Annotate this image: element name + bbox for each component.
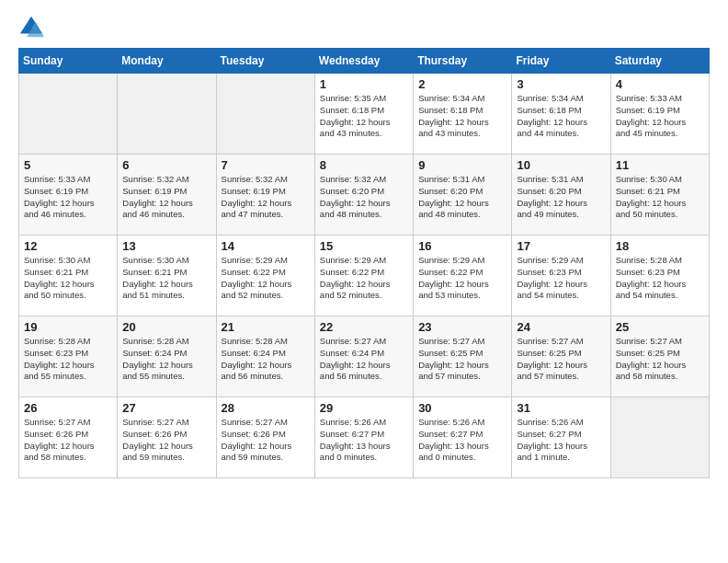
- calendar-table: SundayMondayTuesdayWednesdayThursdayFrid…: [18, 48, 710, 478]
- calendar-cell: 21Sunrise: 5:28 AMSunset: 6:24 PMDayligh…: [216, 316, 314, 397]
- calendar-cell: 18Sunrise: 5:28 AMSunset: 6:23 PMDayligh…: [610, 236, 709, 316]
- calendar-cell: 25Sunrise: 5:27 AMSunset: 6:25 PMDayligh…: [610, 316, 709, 397]
- calendar-cell: 10Sunrise: 5:31 AMSunset: 6:20 PMDayligh…: [512, 155, 610, 236]
- day-number: 3: [517, 77, 605, 91]
- page-header: [18, 15, 710, 40]
- day-number: 7: [222, 158, 310, 172]
- day-number: 5: [24, 158, 112, 172]
- day-info: Sunrise: 5:29 AMSunset: 6:22 PMDaylight:…: [320, 255, 408, 302]
- calendar-cell: 29Sunrise: 5:26 AMSunset: 6:27 PMDayligh…: [314, 397, 413, 478]
- day-info: Sunrise: 5:31 AMSunset: 6:20 PMDaylight:…: [517, 174, 605, 221]
- calendar-cell: 13Sunrise: 5:30 AMSunset: 6:21 PMDayligh…: [118, 236, 216, 316]
- calendar-cell: 27Sunrise: 5:27 AMSunset: 6:26 PMDayligh…: [118, 397, 216, 478]
- day-number: 29: [320, 401, 408, 415]
- day-number: 2: [418, 77, 506, 91]
- day-number: 27: [122, 401, 210, 415]
- calendar-cell: 22Sunrise: 5:27 AMSunset: 6:24 PMDayligh…: [314, 316, 413, 397]
- calendar-cell: 5Sunrise: 5:33 AMSunset: 6:19 PMDaylight…: [19, 155, 118, 236]
- day-info: Sunrise: 5:28 AMSunset: 6:24 PMDaylight:…: [122, 336, 210, 383]
- day-info: Sunrise: 5:29 AMSunset: 6:22 PMDaylight:…: [418, 255, 506, 302]
- calendar-week-5: 26Sunrise: 5:27 AMSunset: 6:26 PMDayligh…: [19, 397, 710, 478]
- calendar-cell: 6Sunrise: 5:32 AMSunset: 6:19 PMDaylight…: [118, 155, 216, 236]
- day-info: Sunrise: 5:27 AMSunset: 6:26 PMDaylight:…: [24, 417, 112, 464]
- calendar-cell: 12Sunrise: 5:30 AMSunset: 6:21 PMDayligh…: [19, 236, 118, 316]
- calendar-week-4: 19Sunrise: 5:28 AMSunset: 6:23 PMDayligh…: [19, 316, 710, 397]
- day-number: 24: [517, 320, 605, 334]
- day-number: 11: [616, 158, 704, 172]
- calendar-cell: [610, 397, 709, 478]
- calendar-week-1: 1Sunrise: 5:35 AMSunset: 6:18 PMDaylight…: [19, 74, 710, 155]
- day-info: Sunrise: 5:26 AMSunset: 6:27 PMDaylight:…: [320, 417, 408, 464]
- day-info: Sunrise: 5:27 AMSunset: 6:26 PMDaylight:…: [222, 417, 310, 464]
- calendar-header: SundayMondayTuesdayWednesdayThursdayFrid…: [19, 49, 710, 74]
- day-number: 6: [122, 158, 210, 172]
- calendar-cell: 8Sunrise: 5:32 AMSunset: 6:20 PMDaylight…: [314, 155, 413, 236]
- col-header-friday: Friday: [512, 49, 610, 74]
- day-number: 16: [418, 239, 506, 253]
- calendar-cell: 2Sunrise: 5:34 AMSunset: 6:18 PMDaylight…: [414, 74, 512, 155]
- calendar-cell: 30Sunrise: 5:26 AMSunset: 6:27 PMDayligh…: [414, 397, 512, 478]
- day-info: Sunrise: 5:27 AMSunset: 6:26 PMDaylight:…: [122, 417, 210, 464]
- day-number: 1: [320, 77, 408, 91]
- calendar-cell: 1Sunrise: 5:35 AMSunset: 6:18 PMDaylight…: [314, 74, 413, 155]
- day-info: Sunrise: 5:27 AMSunset: 6:24 PMDaylight:…: [320, 336, 408, 383]
- day-info: Sunrise: 5:33 AMSunset: 6:19 PMDaylight:…: [616, 93, 704, 140]
- calendar-cell: 14Sunrise: 5:29 AMSunset: 6:22 PMDayligh…: [216, 236, 314, 316]
- calendar-week-2: 5Sunrise: 5:33 AMSunset: 6:19 PMDaylight…: [19, 155, 710, 236]
- day-info: Sunrise: 5:32 AMSunset: 6:19 PMDaylight:…: [222, 174, 310, 221]
- day-number: 22: [320, 320, 408, 334]
- day-number: 30: [418, 401, 506, 415]
- day-info: Sunrise: 5:35 AMSunset: 6:18 PMDaylight:…: [320, 93, 408, 140]
- day-info: Sunrise: 5:28 AMSunset: 6:24 PMDaylight:…: [222, 336, 310, 383]
- calendar-body: 1Sunrise: 5:35 AMSunset: 6:18 PMDaylight…: [19, 74, 710, 478]
- day-info: Sunrise: 5:26 AMSunset: 6:27 PMDaylight:…: [517, 417, 605, 464]
- calendar-cell: 15Sunrise: 5:29 AMSunset: 6:22 PMDayligh…: [314, 236, 413, 316]
- calendar-week-3: 12Sunrise: 5:30 AMSunset: 6:21 PMDayligh…: [19, 236, 710, 316]
- day-number: 28: [222, 401, 310, 415]
- day-info: Sunrise: 5:30 AMSunset: 6:21 PMDaylight:…: [122, 255, 210, 302]
- day-number: 4: [616, 77, 704, 91]
- logo-icon: [18, 15, 44, 40]
- day-info: Sunrise: 5:28 AMSunset: 6:23 PMDaylight:…: [24, 336, 112, 383]
- logo: [18, 15, 48, 40]
- day-number: 14: [222, 239, 310, 253]
- day-number: 23: [418, 320, 506, 334]
- calendar-cell: [19, 74, 118, 155]
- calendar-cell: 16Sunrise: 5:29 AMSunset: 6:22 PMDayligh…: [414, 236, 512, 316]
- day-info: Sunrise: 5:30 AMSunset: 6:21 PMDaylight:…: [616, 174, 704, 221]
- day-info: Sunrise: 5:34 AMSunset: 6:18 PMDaylight:…: [517, 93, 605, 140]
- calendar-cell: 31Sunrise: 5:26 AMSunset: 6:27 PMDayligh…: [512, 397, 610, 478]
- day-info: Sunrise: 5:31 AMSunset: 6:20 PMDaylight:…: [418, 174, 506, 221]
- day-number: 26: [24, 401, 112, 415]
- day-info: Sunrise: 5:32 AMSunset: 6:20 PMDaylight:…: [320, 174, 408, 221]
- day-number: 19: [24, 320, 112, 334]
- calendar-cell: [118, 74, 216, 155]
- day-info: Sunrise: 5:33 AMSunset: 6:19 PMDaylight:…: [24, 174, 112, 221]
- day-number: 31: [517, 401, 605, 415]
- day-info: Sunrise: 5:27 AMSunset: 6:25 PMDaylight:…: [517, 336, 605, 383]
- calendar-cell: 9Sunrise: 5:31 AMSunset: 6:20 PMDaylight…: [414, 155, 512, 236]
- day-number: 9: [418, 158, 506, 172]
- calendar-cell: 24Sunrise: 5:27 AMSunset: 6:25 PMDayligh…: [512, 316, 610, 397]
- day-info: Sunrise: 5:29 AMSunset: 6:22 PMDaylight:…: [222, 255, 310, 302]
- calendar-cell: 3Sunrise: 5:34 AMSunset: 6:18 PMDaylight…: [512, 74, 610, 155]
- day-info: Sunrise: 5:30 AMSunset: 6:21 PMDaylight:…: [24, 255, 112, 302]
- calendar-cell: 7Sunrise: 5:32 AMSunset: 6:19 PMDaylight…: [216, 155, 314, 236]
- day-number: 12: [24, 239, 112, 253]
- day-number: 25: [616, 320, 704, 334]
- day-number: 20: [122, 320, 210, 334]
- day-info: Sunrise: 5:34 AMSunset: 6:18 PMDaylight:…: [418, 93, 506, 140]
- day-info: Sunrise: 5:28 AMSunset: 6:23 PMDaylight:…: [616, 255, 704, 302]
- col-header-thursday: Thursday: [414, 49, 512, 74]
- calendar-cell: 4Sunrise: 5:33 AMSunset: 6:19 PMDaylight…: [610, 74, 709, 155]
- day-number: 17: [517, 239, 605, 253]
- day-number: 8: [320, 158, 408, 172]
- day-info: Sunrise: 5:27 AMSunset: 6:25 PMDaylight:…: [418, 336, 506, 383]
- calendar-cell: 23Sunrise: 5:27 AMSunset: 6:25 PMDayligh…: [414, 316, 512, 397]
- calendar-cell: 11Sunrise: 5:30 AMSunset: 6:21 PMDayligh…: [610, 155, 709, 236]
- calendar-cell: 20Sunrise: 5:28 AMSunset: 6:24 PMDayligh…: [118, 316, 216, 397]
- day-number: 21: [222, 320, 310, 334]
- day-info: Sunrise: 5:26 AMSunset: 6:27 PMDaylight:…: [418, 417, 506, 464]
- calendar-cell: 28Sunrise: 5:27 AMSunset: 6:26 PMDayligh…: [216, 397, 314, 478]
- day-number: 15: [320, 239, 408, 253]
